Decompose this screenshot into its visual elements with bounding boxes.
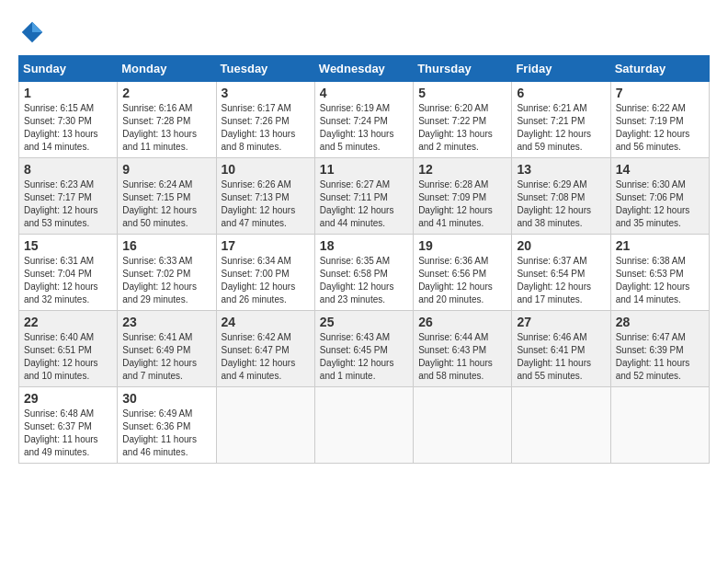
logo [18,18,50,46]
table-row: 14Sunrise: 6:30 AM Sunset: 7:06 PM Dayli… [610,158,709,235]
table-row: 17Sunrise: 6:34 AM Sunset: 7:00 PM Dayli… [216,235,314,311]
day-header-monday: Monday [118,56,216,82]
table-row: 2Sunrise: 6:16 AM Sunset: 7:28 PM Daylig… [118,82,216,158]
table-row: 28Sunrise: 6:47 AM Sunset: 6:39 PM Dayli… [610,311,709,387]
calendar-week-4: 22Sunrise: 6:40 AM Sunset: 6:51 PM Dayli… [19,311,710,387]
table-row: 7Sunrise: 6:22 AM Sunset: 7:19 PM Daylig… [610,82,709,158]
table-row: 19Sunrise: 6:36 AM Sunset: 6:56 PM Dayli… [414,235,512,311]
table-row: 18Sunrise: 6:35 AM Sunset: 6:58 PM Dayli… [314,235,413,311]
table-row: 13Sunrise: 6:29 AM Sunset: 7:08 PM Dayli… [512,158,610,235]
table-row [610,387,709,464]
table-row [216,387,314,464]
day-header-tuesday: Tuesday [216,56,314,82]
table-row: 5Sunrise: 6:20 AM Sunset: 7:22 PM Daylig… [414,82,512,158]
day-header-thursday: Thursday [414,56,512,82]
day-header-saturday: Saturday [610,56,709,82]
calendar-week-1: 1Sunrise: 6:15 AM Sunset: 7:30 PM Daylig… [19,82,710,158]
table-row [314,387,413,464]
calendar-week-5: 29Sunrise: 6:48 AM Sunset: 6:37 PM Dayli… [19,387,710,464]
table-row: 23Sunrise: 6:41 AM Sunset: 6:49 PM Dayli… [118,311,216,387]
table-row: 8Sunrise: 6:23 AM Sunset: 7:17 PM Daylig… [19,158,118,235]
table-row: 1Sunrise: 6:15 AM Sunset: 7:30 PM Daylig… [19,82,118,158]
table-row: 11Sunrise: 6:27 AM Sunset: 7:11 PM Dayli… [314,158,413,235]
table-row: 9Sunrise: 6:24 AM Sunset: 7:15 PM Daylig… [118,158,216,235]
table-row: 25Sunrise: 6:43 AM Sunset: 6:45 PM Dayli… [314,311,413,387]
table-row: 30Sunrise: 6:49 AM Sunset: 6:36 PM Dayli… [118,387,216,464]
table-row: 20Sunrise: 6:37 AM Sunset: 6:54 PM Dayli… [512,235,610,311]
table-row: 3Sunrise: 6:17 AM Sunset: 7:26 PM Daylig… [216,82,314,158]
table-row: 22Sunrise: 6:40 AM Sunset: 6:51 PM Dayli… [19,311,118,387]
table-row: 16Sunrise: 6:33 AM Sunset: 7:02 PM Dayli… [118,235,216,311]
table-row: 4Sunrise: 6:19 AM Sunset: 7:24 PM Daylig… [314,82,413,158]
calendar-week-3: 15Sunrise: 6:31 AM Sunset: 7:04 PM Dayli… [19,235,710,311]
calendar: SundayMondayTuesdayWednesdayThursdayFrid… [18,55,710,464]
day-header-friday: Friday [512,56,610,82]
day-header-wednesday: Wednesday [314,56,413,82]
table-row: 29Sunrise: 6:48 AM Sunset: 6:37 PM Dayli… [19,387,118,464]
table-row: 15Sunrise: 6:31 AM Sunset: 7:04 PM Dayli… [19,235,118,311]
logo-icon [18,18,46,46]
calendar-header-row: SundayMondayTuesdayWednesdayThursdayFrid… [19,56,710,82]
calendar-week-2: 8Sunrise: 6:23 AM Sunset: 7:17 PM Daylig… [19,158,710,235]
table-row: 27Sunrise: 6:46 AM Sunset: 6:41 PM Dayli… [512,311,610,387]
svg-marker-1 [32,22,42,32]
table-row: 12Sunrise: 6:28 AM Sunset: 7:09 PM Dayli… [414,158,512,235]
day-header-sunday: Sunday [19,56,118,82]
table-row: 24Sunrise: 6:42 AM Sunset: 6:47 PM Dayli… [216,311,314,387]
table-row [414,387,512,464]
table-row: 10Sunrise: 6:26 AM Sunset: 7:13 PM Dayli… [216,158,314,235]
header [18,18,710,46]
table-row: 21Sunrise: 6:38 AM Sunset: 6:53 PM Dayli… [610,235,709,311]
table-row [512,387,610,464]
table-row: 6Sunrise: 6:21 AM Sunset: 7:21 PM Daylig… [512,82,610,158]
table-row: 26Sunrise: 6:44 AM Sunset: 6:43 PM Dayli… [414,311,512,387]
